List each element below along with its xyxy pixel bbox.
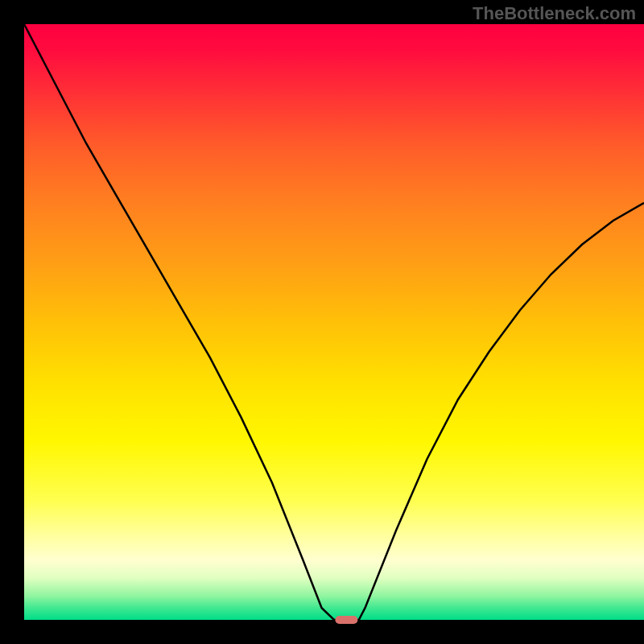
watermark-text: TheBottleneck.com <box>473 3 636 24</box>
plot-gradient-bg <box>24 24 644 620</box>
bottleneck-chart: TheBottleneck.com <box>0 0 644 644</box>
chart-svg <box>0 0 644 644</box>
optimal-marker <box>335 616 357 624</box>
